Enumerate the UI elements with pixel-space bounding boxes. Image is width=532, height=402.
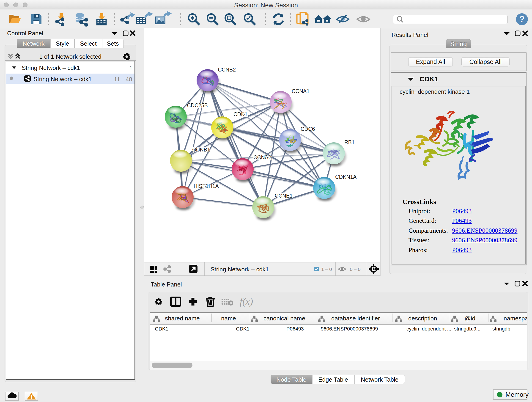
svg-text:CCNB1: CCNB1 [192, 147, 210, 153]
svg-text:CCNE1: CCNE1 [275, 193, 293, 199]
svg-text:f(x): f(x) [240, 296, 253, 307]
svg-text:CDK1: CDK1 [234, 111, 247, 117]
svg-text:CDKN1A: CDKN1A [335, 174, 357, 180]
svg-text:CCNA2: CCNA2 [253, 154, 271, 160]
svg-text:CDC25B: CDC25B [187, 102, 208, 108]
svg-text:RB1: RB1 [344, 139, 355, 145]
svg-text:?: ? [519, 14, 525, 24]
svg-text:CDC6: CDC6 [301, 126, 315, 132]
svg-text:CCNB2: CCNB2 [218, 67, 236, 73]
svg-text:HIST1H1A: HIST1H1A [194, 183, 219, 189]
svg-text:CCNA1: CCNA1 [292, 88, 310, 94]
